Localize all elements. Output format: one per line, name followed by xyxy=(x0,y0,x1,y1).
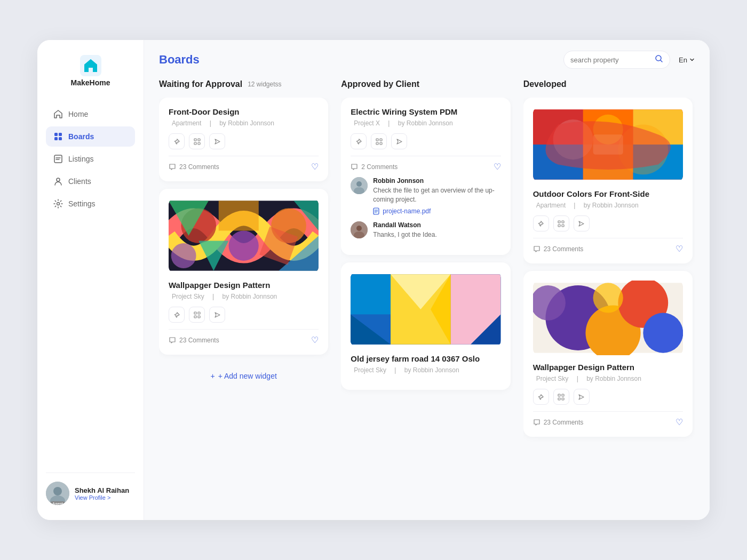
heart-btn-2[interactable]: ♡ xyxy=(311,335,319,345)
pin-btn-2[interactable] xyxy=(169,307,185,323)
column-title-developed: Developed xyxy=(523,79,567,89)
card-footer-5: 23 Comments ♡ xyxy=(533,238,683,254)
card-electric: Electric Wiring System PDM Project X | b… xyxy=(341,98,510,255)
grid-btn-1[interactable] xyxy=(189,133,205,149)
card-title-4: Old jersey farm road 14 0367 Oslo xyxy=(351,354,500,363)
logo-area: MakeHome xyxy=(46,55,135,87)
card-image-4 xyxy=(351,272,500,347)
thread-name-1: Robbin Jonnson xyxy=(373,177,500,185)
svg-rect-3 xyxy=(54,137,58,140)
thread-item-2: Randall Watson Thanks, I got the Idea. xyxy=(351,221,500,239)
svg-rect-12 xyxy=(194,139,196,141)
svg-point-18 xyxy=(229,231,259,261)
card-title-2: Wallpapger Design Pattern xyxy=(169,281,319,290)
card-actions-6 xyxy=(533,389,683,405)
boards-content: Waiting for Approval 12 widgetss Front-D… xyxy=(144,79,710,520)
app-container: MakeHome Home xyxy=(37,40,710,520)
grid-btn-2[interactable] xyxy=(189,307,205,323)
card-footer-3: 2 Comments ♡ xyxy=(351,156,500,172)
card-comments-1: 23 Comments xyxy=(169,163,219,171)
thread-content-1: Robbin Jonnson Check the file to get an … xyxy=(373,177,500,215)
card-meta-5: Apartment | by Robbin Jonnson xyxy=(533,202,683,209)
sidebar-item-boards[interactable]: Boards xyxy=(46,126,135,147)
pin-btn-5[interactable] xyxy=(533,215,549,231)
send-btn-6[interactable] xyxy=(574,389,590,405)
user-name: Shekh Al Raihan xyxy=(75,486,135,494)
send-btn-5[interactable] xyxy=(574,215,590,231)
sidebar-item-home[interactable]: Home xyxy=(46,104,135,124)
svg-rect-25 xyxy=(198,316,200,318)
svg-rect-69 xyxy=(558,394,560,396)
thread-text-2: Thanks, I got the Idea. xyxy=(373,230,500,239)
grid-btn-6[interactable] xyxy=(553,389,569,405)
card-jersey: Old jersey farm road 14 0367 Oslo Projec… xyxy=(341,262,510,390)
user-info: Shekh Al Raihan View Profile > xyxy=(75,486,135,501)
sidebar-item-clients[interactable]: Clients xyxy=(46,171,135,191)
svg-rect-5 xyxy=(54,155,62,163)
card-actions-1 xyxy=(169,133,319,149)
svg-point-67 xyxy=(593,283,623,313)
svg-point-6 xyxy=(57,178,60,181)
comment-icon-3 xyxy=(351,163,358,171)
add-widget-btn[interactable]: + + Add new widget xyxy=(159,364,328,388)
settings-icon xyxy=(53,199,63,209)
heart-btn-6[interactable]: ♡ xyxy=(676,417,683,427)
clients-label: Clients xyxy=(68,177,91,186)
send-btn-2[interactable] xyxy=(209,307,225,323)
sidebar-item-settings[interactable]: Settings xyxy=(46,194,135,214)
thread-content-2: Randall Watson Thanks, I got the Idea. xyxy=(373,221,500,239)
sidebar-item-listings[interactable]: Listings xyxy=(46,149,135,169)
card-footer-2: 23 Comments ♡ xyxy=(169,329,319,345)
comment-icon-2 xyxy=(169,337,176,344)
heart-btn-1[interactable]: ♡ xyxy=(311,162,319,172)
card-title-5: Outdoor Colors For Front-Side xyxy=(533,189,683,198)
add-widget-label: + Add new widget xyxy=(218,372,277,380)
send-btn-1[interactable] xyxy=(209,133,225,149)
app-name: MakeHome xyxy=(71,78,110,87)
view-profile-link[interactable]: View Profile > xyxy=(75,494,135,501)
send-btn-3[interactable] xyxy=(391,133,407,149)
language-selector[interactable]: En xyxy=(679,56,695,64)
heart-btn-3[interactable]: ♡ xyxy=(494,162,501,172)
search-input[interactable] xyxy=(570,56,651,64)
abstract-art xyxy=(533,107,683,182)
file-icon xyxy=(373,207,379,215)
card-comments-3: 2 Comments xyxy=(351,163,398,171)
column-developed: Developed xyxy=(523,79,695,509)
home-label: Home xyxy=(68,110,88,118)
grid-btn-3[interactable] xyxy=(371,133,387,149)
card-comments-2: 23 Comments xyxy=(169,337,219,344)
svg-rect-57 xyxy=(558,221,560,223)
heart-btn-5[interactable]: ♡ xyxy=(676,244,683,254)
column-title-waiting: Waiting for Approval xyxy=(159,79,242,89)
thread-file-1[interactable]: project-name.pdf xyxy=(373,207,500,215)
chevron-down-icon xyxy=(689,57,695,62)
card-wallpaper-2: Wallpapger Design Pattern Project Sky | … xyxy=(523,271,693,437)
pin-btn-1[interactable] xyxy=(169,133,185,149)
column-title-approved: Approved by Client xyxy=(341,79,419,89)
grid-btn-5[interactable] xyxy=(553,215,569,231)
pin-btn-6[interactable] xyxy=(533,389,549,405)
svg-point-21 xyxy=(171,243,196,268)
svg-point-31 xyxy=(356,181,362,187)
svg-rect-23 xyxy=(198,312,200,314)
svg-rect-72 xyxy=(562,398,564,400)
home-icon xyxy=(53,109,63,119)
svg-point-7 xyxy=(57,203,60,205)
column-header-approved: Approved by Client xyxy=(341,79,512,89)
listings-label: Listings xyxy=(68,155,93,163)
svg-rect-13 xyxy=(198,139,200,141)
svg-rect-22 xyxy=(194,312,196,314)
svg-rect-26 xyxy=(376,139,378,141)
svg-rect-71 xyxy=(558,398,560,400)
settings-label: Settings xyxy=(68,199,96,208)
svg-rect-1 xyxy=(54,133,58,136)
card-image-2 xyxy=(169,198,319,273)
pin-btn-3[interactable] xyxy=(351,133,367,149)
top-bar: Boards En xyxy=(144,40,710,79)
svg-point-9 xyxy=(53,487,62,495)
boards-label: Boards xyxy=(68,132,94,141)
card-image-6 xyxy=(533,281,683,355)
column-approved: Approved by Client Electric Wiring Syste… xyxy=(341,79,512,509)
svg-rect-14 xyxy=(194,142,196,145)
